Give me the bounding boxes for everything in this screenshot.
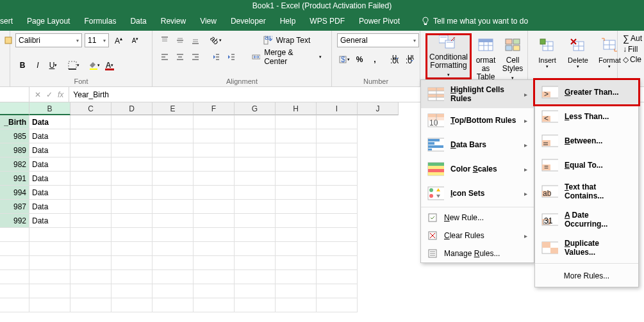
cell[interactable]	[111, 143, 153, 157]
column-header[interactable]: G	[235, 102, 276, 115]
cell[interactable]	[194, 115, 235, 129]
cell[interactable]: 982	[0, 157, 29, 172]
cell[interactable]	[0, 270, 29, 284]
cell[interactable]	[235, 143, 276, 157]
cell[interactable]	[276, 298, 317, 312]
increase-indent-icon[interactable]	[224, 50, 238, 64]
cell[interactable]	[194, 270, 235, 284]
cell[interactable]	[153, 157, 194, 172]
cell[interactable]: 991	[0, 172, 29, 186]
cf-menu-item[interactable]: Clear Rules▸	[421, 227, 534, 245]
cell[interactable]	[153, 270, 194, 284]
font-color-button[interactable]: A▾	[103, 58, 117, 72]
cell[interactable]	[276, 242, 317, 256]
name-box[interactable]	[0, 87, 29, 102]
cell[interactable]	[153, 214, 194, 228]
cf-menu-item[interactable]: Color Scales▸	[421, 157, 534, 181]
cell[interactable]	[153, 200, 194, 214]
cell[interactable]: 994	[0, 186, 29, 200]
autosum-button[interactable]: ∑Aut	[623, 33, 642, 44]
cell[interactable]: 992	[0, 214, 29, 228]
cf-menu-item[interactable]: Highlight Cells Rules▸	[421, 80, 534, 108]
highlight-rules-item[interactable]: >Greater Than...	[535, 80, 638, 104]
clear-button[interactable]: ◇Cle	[623, 55, 641, 64]
cell[interactable]: Data	[29, 143, 70, 157]
cell[interactable]	[111, 186, 153, 200]
cell[interactable]	[317, 143, 358, 157]
cell[interactable]	[111, 172, 153, 186]
cell[interactable]	[317, 115, 358, 129]
underline-button[interactable]: U▾	[46, 58, 60, 72]
cell[interactable]	[111, 242, 153, 256]
conditional-formatting-button[interactable]: ConditionalFormatting ▾	[425, 33, 472, 79]
column-header[interactable]: C	[70, 102, 111, 115]
cell[interactable]	[70, 256, 111, 270]
column-header[interactable]: F	[194, 102, 235, 115]
cell[interactable]	[317, 186, 358, 200]
cell[interactable]	[153, 172, 194, 186]
cell[interactable]: 987	[0, 200, 29, 214]
fill-color-button[interactable]: ▾	[87, 58, 101, 72]
align-middle-icon[interactable]	[173, 33, 187, 47]
menu-review[interactable]: Review	[161, 17, 186, 26]
fx-icon[interactable]: fx	[58, 90, 63, 99]
cell[interactable]	[317, 298, 358, 312]
increase-decimal-button[interactable]: .0.00	[387, 52, 401, 67]
cell[interactable]: Data	[29, 200, 70, 214]
cell[interactable]	[194, 172, 235, 186]
cell[interactable]	[29, 284, 70, 298]
cell[interactable]	[29, 270, 70, 284]
cell[interactable]: Data	[29, 115, 70, 129]
cell[interactable]	[276, 284, 317, 298]
cell[interactable]	[235, 270, 276, 284]
decrease-indent-icon[interactable]	[209, 50, 223, 64]
cell[interactable]	[70, 298, 111, 312]
cell[interactable]	[111, 256, 153, 270]
cell[interactable]	[111, 228, 153, 242]
align-bottom-icon[interactable]	[188, 33, 202, 47]
cell[interactable]	[70, 186, 111, 200]
comma-format-button[interactable]: ,	[368, 52, 382, 67]
decrease-decimal-button[interactable]: .00.0	[402, 52, 417, 67]
wrap-text-button[interactable]: ab Wrap Text	[247, 33, 326, 47]
cell[interactable]	[70, 242, 111, 256]
more-rules-item[interactable]: More Rules...	[535, 265, 638, 287]
cell[interactable]	[194, 157, 235, 172]
highlight-rules-item[interactable]: =Equal To...	[535, 153, 638, 177]
cell[interactable]	[235, 129, 276, 143]
column-header[interactable]: H	[276, 102, 317, 115]
cell[interactable]	[317, 270, 358, 284]
cell[interactable]	[70, 115, 111, 129]
cell[interactable]: 989	[0, 143, 29, 157]
column-header[interactable]: B	[29, 102, 70, 115]
menu-developer[interactable]: Developer	[231, 17, 266, 26]
cell[interactable]	[235, 115, 276, 129]
bold-button[interactable]: B	[15, 58, 29, 72]
cell[interactable]	[276, 172, 317, 186]
cell[interactable]	[235, 256, 276, 270]
cell[interactable]	[70, 157, 111, 172]
cell[interactable]	[317, 242, 358, 256]
decrease-font-icon[interactable]: A▾	[128, 33, 142, 47]
cell[interactable]	[0, 242, 29, 256]
cell[interactable]	[317, 157, 358, 172]
cell[interactable]	[235, 228, 276, 242]
column-header[interactable]: D	[111, 102, 153, 115]
cell[interactable]	[194, 298, 235, 312]
cell[interactable]	[235, 157, 276, 172]
cell[interactable]	[153, 242, 194, 256]
cell[interactable]	[276, 143, 317, 157]
font-name-combo[interactable]: Calibri▾	[15, 33, 82, 47]
align-right-icon[interactable]	[188, 50, 202, 64]
cell[interactable]: Data	[29, 157, 70, 172]
cell[interactable]: Data	[29, 172, 70, 186]
cell[interactable]	[317, 214, 358, 228]
cell[interactable]	[70, 200, 111, 214]
cell[interactable]	[29, 298, 70, 312]
cf-menu-item[interactable]: New Rule...	[421, 209, 534, 227]
highlight-rules-item[interactable]: <Less Than...	[535, 104, 638, 129]
cell[interactable]	[194, 200, 235, 214]
menu-help[interactable]: Help	[280, 17, 296, 26]
cell[interactable]	[70, 129, 111, 143]
cell[interactable]: Data	[29, 214, 70, 228]
